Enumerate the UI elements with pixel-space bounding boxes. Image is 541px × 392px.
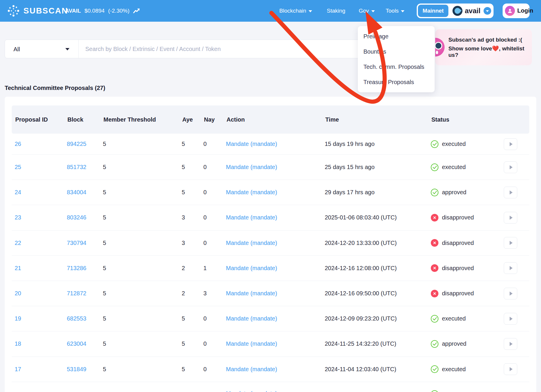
menu-item-preimage[interactable]: Preimage [358, 29, 435, 44]
proposal-id-link[interactable]: 26 [15, 141, 21, 147]
action-link[interactable]: Mandate (mandate) [226, 265, 277, 271]
status-icon [431, 140, 438, 148]
block-link[interactable]: 712872 [67, 290, 86, 296]
action-link[interactable]: Mandate (mandate) [226, 189, 277, 195]
login-label: Login [517, 7, 533, 14]
proposal-id-link[interactable]: 24 [15, 189, 21, 195]
status-icon [431, 365, 438, 373]
proposal-id-link[interactable]: 18 [15, 340, 21, 347]
block-link[interactable]: 531849 [67, 366, 86, 372]
network-selector: Mainnet avail [417, 4, 494, 18]
row-detail-button[interactable] [504, 288, 517, 299]
table-row: 26 894225 5 5 0 Mandate (mandate) 15 day… [12, 134, 529, 155]
menu-item-treasury-proposals[interactable]: Treasury Proposals [358, 74, 435, 90]
status-label: disapproved [442, 290, 474, 297]
proposal-id-link[interactable]: 21 [15, 265, 21, 271]
block-link[interactable]: 682553 [67, 315, 86, 322]
action-link[interactable]: Mandate (mandate) [226, 214, 277, 221]
aye-value: 5 [182, 164, 203, 171]
time-value: 25 days 15 hrs ago [325, 164, 431, 171]
action-link[interactable]: Mandate (mandate) [226, 141, 277, 147]
price-chart-icon[interactable] [133, 7, 140, 14]
proposal-id-link[interactable]: 20 [15, 290, 21, 296]
status-label: executed [442, 366, 466, 373]
block-link[interactable]: 623004 [67, 340, 86, 347]
nav-blockchain[interactable]: Blockchain [279, 0, 312, 22]
row-detail-button[interactable] [504, 262, 517, 274]
nav-staking[interactable]: Staking [327, 0, 345, 22]
block-link[interactable]: 730794 [67, 240, 86, 246]
row-detail-button[interactable] [504, 338, 517, 350]
subscan-logo[interactable]: SUBSCAN [7, 4, 68, 17]
status-cell: executed [431, 315, 504, 323]
network-chevron-button[interactable] [484, 7, 491, 15]
status-label: executed [442, 315, 466, 322]
action-link[interactable]: Mandate (mandate) [226, 315, 277, 322]
menu-item-tech-comm-proposals[interactable]: Tech. comm. Proposals [358, 59, 435, 74]
row-detail-button[interactable] [504, 237, 517, 249]
block-link[interactable]: 803246 [67, 214, 86, 221]
nay-value: 0 [203, 189, 226, 196]
member-threshold-value: 5 [103, 315, 182, 322]
nav-gov[interactable]: Gov [359, 0, 375, 22]
caret-right-icon [510, 266, 513, 270]
block-link[interactable]: 894225 [67, 141, 86, 147]
caret-right-icon [510, 165, 513, 169]
row-detail-button[interactable] [504, 138, 517, 150]
nay-value: 0 [203, 366, 226, 373]
col-member-threshold: Member Threshold [103, 116, 182, 123]
aye-value: 2 [182, 265, 203, 272]
proposal-id-link[interactable]: 25 [15, 164, 21, 170]
login-button[interactable]: Login [503, 4, 530, 18]
time-value: 2025-01-06 08:03:40 (UTC) [325, 214, 431, 221]
status-cell: disapproved [431, 214, 504, 221]
action-link[interactable]: Mandate (mandate) [226, 164, 277, 170]
mainnet-button[interactable]: Mainnet [418, 5, 448, 17]
proposal-id-link[interactable]: 23 [15, 214, 21, 221]
action-link[interactable]: Mandate (mandate) [226, 240, 277, 246]
caret-right-icon [510, 342, 513, 346]
caret-right-icon [510, 190, 513, 195]
row-detail-button[interactable] [504, 161, 517, 173]
search-filter-select[interactable]: All [5, 40, 78, 59]
block-link[interactable]: 834004 [67, 189, 86, 195]
token-price-value: $0.0894 [84, 8, 105, 14]
block-link[interactable]: 851732 [67, 164, 86, 170]
block-link[interactable]: 713286 [67, 265, 86, 271]
status-cell: executed [431, 163, 504, 171]
proposal-id-link[interactable]: 17 [15, 366, 21, 372]
status-cell [431, 390, 504, 392]
member-threshold-value: 5 [103, 290, 182, 297]
ad-blocked-banner[interactable]: Subscan's ad got blocked :( Show some lo… [435, 29, 532, 65]
action-link[interactable]: Mandate (mandate) [226, 366, 277, 372]
aye-value: 5 [182, 366, 203, 373]
nay-value: 0 [203, 340, 226, 347]
status-label: approved [442, 340, 466, 347]
proposals-table-card: Proposal ID Block Member Threshold Aye N… [5, 97, 536, 392]
member-threshold-value: 5 [103, 214, 182, 221]
action-link[interactable]: Mandate (mandate) [226, 340, 277, 347]
status-icon [431, 290, 438, 297]
row-detail-button[interactable] [504, 212, 517, 224]
row-detail-button[interactable] [504, 363, 517, 375]
action-link[interactable]: Mandate (mandate) [226, 290, 277, 296]
row-detail-button[interactable] [504, 313, 517, 325]
proposal-id-link[interactable]: 22 [15, 240, 21, 246]
nay-value: 0 [203, 164, 226, 171]
ad-line2: Show some love❤️, whitelist us? [448, 45, 532, 58]
chevron-down-icon [65, 48, 69, 50]
aye-value: 5 [182, 189, 203, 196]
ad-line1: Subscan's ad got blocked :( [448, 37, 532, 43]
proposal-id-link[interactable]: 19 [15, 315, 21, 322]
table-row: 18 623004 5 5 0 Mandate (mandate) 2024-1… [12, 331, 529, 357]
member-threshold-value: 5 [103, 141, 182, 147]
status-cell: executed [431, 365, 504, 373]
row-detail-button[interactable] [504, 187, 517, 198]
menu-item-bounties[interactable]: Bounties [358, 44, 435, 59]
nav-tools[interactable]: Tools [386, 0, 404, 22]
action-link[interactable]: Mandate (mandate) [226, 390, 277, 392]
table-row: 17 531849 5 5 0 Mandate (mandate) 2024-1… [12, 357, 529, 382]
table-row: 19 682553 5 5 0 Mandate (mandate) 2024-1… [12, 306, 529, 331]
token-price: AVAIL $0.0894 (-2.30%) [65, 0, 140, 22]
status-label: executed [442, 164, 466, 171]
